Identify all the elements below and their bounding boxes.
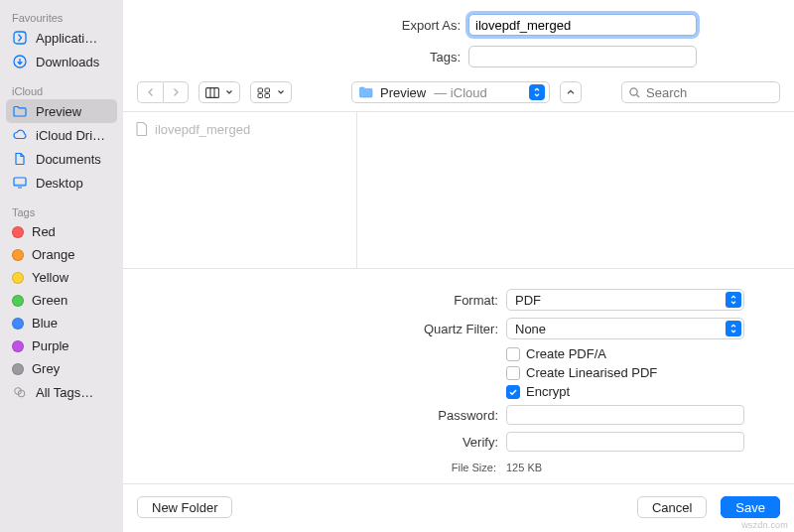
sidebar-item-label: Yellow (32, 270, 111, 285)
location-popup[interactable]: Preview — iCloud (351, 81, 550, 103)
tag-dot-icon (12, 226, 24, 238)
tags-input[interactable] (468, 46, 697, 67)
cloud-icon (12, 127, 28, 143)
search-field[interactable] (621, 81, 780, 103)
location-suffix: — iCloud (434, 85, 486, 100)
svg-rect-9 (258, 93, 263, 97)
sidebar-item-documents[interactable]: Documents (6, 147, 117, 171)
format-select[interactable]: PDF (506, 289, 744, 311)
file-row[interactable]: ilovepdf_merged (133, 118, 346, 140)
chevron-down-icon (225, 88, 233, 96)
cancel-button[interactable]: Cancel (637, 496, 707, 518)
sidebar-section-tags: Tags (6, 202, 117, 220)
view-columns-button[interactable] (198, 81, 240, 103)
watermark: wszdn.com (741, 520, 788, 530)
svg-rect-10 (265, 93, 270, 97)
sidebar-item-desktop[interactable]: Desktop (6, 171, 117, 195)
tag-dot-icon (12, 295, 24, 307)
file-size-value: 125 KB (506, 462, 542, 473)
svg-point-11 (630, 87, 637, 94)
toolbar: Preview — iCloud (123, 81, 794, 112)
tag-dot-icon (12, 249, 24, 261)
sidebar-all-tags[interactable]: All Tags… (6, 380, 117, 404)
download-icon (12, 54, 28, 69)
sidebar-section-icloud: iCloud (6, 81, 117, 99)
sidebar-item-icloud-drive[interactable]: iCloud Dri… (6, 123, 117, 147)
sidebar-tag-orange[interactable]: Orange (6, 243, 117, 266)
tag-dot-icon (12, 363, 24, 375)
main-pane: Export As: Tags: (123, 0, 794, 532)
sidebar-item-downloads[interactable]: Downloads (6, 50, 117, 73)
nav-group (137, 81, 189, 103)
file-size-label: File Size: (445, 462, 496, 473)
sidebar-section-favourites: Favourites (6, 8, 117, 26)
chevron-right-icon (171, 87, 181, 97)
tag-dot-icon (12, 318, 24, 330)
browser-preview-column (357, 112, 794, 268)
sidebar-tag-blue[interactable]: Blue (6, 312, 117, 334)
group-by-button[interactable] (250, 81, 292, 103)
sidebar-item-applications[interactable]: Applicati… (6, 26, 117, 50)
checkbox-row-encrypt[interactable]: Encrypt (506, 384, 774, 399)
sidebar-item-preview[interactable]: Preview (6, 99, 117, 123)
footer: New Folder Cancel Save (123, 483, 794, 532)
quartz-filter-select[interactable]: None (506, 318, 744, 339)
checkbox-row-linearised[interactable]: Create Linearised PDF (506, 365, 774, 380)
checkbox-checked-icon (506, 385, 520, 399)
password-label: Password: (143, 408, 498, 423)
columns-icon (205, 87, 219, 98)
search-input[interactable] (646, 85, 773, 100)
checkbox-label: Encrypt (526, 384, 570, 399)
tag-dot-icon (12, 340, 24, 352)
sidebar-item-label: Green (32, 293, 111, 308)
checkbox-label: Create PDF/A (526, 346, 606, 361)
document-icon (135, 121, 149, 137)
sidebar-item-label: Applicati… (36, 31, 111, 46)
folder-icon (12, 103, 28, 119)
sidebar-tag-yellow[interactable]: Yellow (6, 266, 117, 289)
sidebar-item-label: Desktop (36, 176, 111, 191)
sidebar-item-label: Preview (36, 104, 111, 119)
quartz-filter-value: None (515, 322, 546, 336)
forward-button[interactable] (163, 81, 189, 103)
sidebar-tag-purple[interactable]: Purple (6, 334, 117, 357)
sidebar-tag-red[interactable]: Red (6, 220, 117, 243)
password-input[interactable] (506, 405, 744, 425)
file-browser: ilovepdf_merged (123, 112, 794, 268)
sidebar-item-label: Orange (32, 247, 111, 262)
updown-icon (726, 292, 741, 308)
checkbox-label: Create Linearised PDF (526, 365, 657, 380)
svg-rect-0 (14, 32, 26, 44)
back-button[interactable] (137, 81, 163, 103)
updown-icon (529, 84, 545, 100)
file-name: ilovepdf_merged (155, 122, 250, 137)
save-button[interactable]: Save (721, 496, 780, 518)
export-as-input[interactable] (468, 14, 697, 36)
new-folder-button[interactable]: New Folder (137, 496, 232, 518)
format-value: PDF (515, 293, 541, 308)
collapse-button[interactable] (560, 81, 582, 103)
grid-icon (257, 87, 271, 98)
quartz-filter-label: Quartz Filter: (143, 322, 498, 336)
sidebar-item-label: Red (32, 224, 111, 239)
top-fields: Export As: Tags: (123, 0, 794, 81)
format-label: Format: (143, 293, 498, 308)
chevron-up-icon (566, 87, 576, 97)
sidebar-tag-green[interactable]: Green (6, 289, 117, 312)
sidebar-item-label: Purple (32, 338, 111, 353)
sidebar-item-label: Documents (36, 152, 111, 167)
browser-column[interactable]: ilovepdf_merged (123, 112, 357, 268)
sidebar-item-label: iCloud Dri… (36, 128, 111, 143)
all-tags-icon (12, 384, 28, 400)
svg-rect-7 (258, 88, 263, 92)
chevron-down-icon (277, 88, 285, 96)
checkbox-row-pdfa[interactable]: Create PDF/A (506, 346, 774, 361)
export-as-label: Export As: (143, 18, 461, 33)
search-icon (628, 86, 641, 99)
verify-input[interactable] (506, 432, 744, 452)
sidebar-tag-grey[interactable]: Grey (6, 357, 117, 380)
tags-label: Tags: (143, 50, 461, 65)
applications-icon (12, 30, 28, 46)
folder-icon (358, 85, 374, 99)
location-name: Preview (380, 85, 426, 100)
